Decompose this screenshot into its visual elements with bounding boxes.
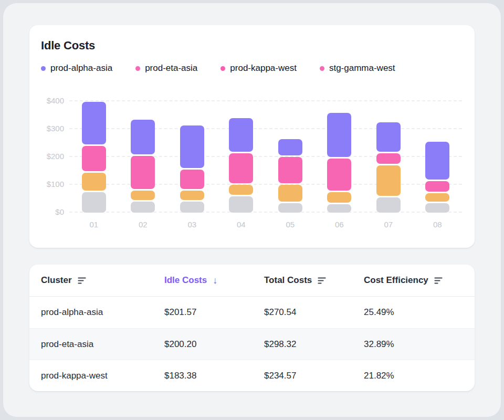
- bar-segment-orange-segment[interactable]: [327, 192, 351, 203]
- bar-segment-purple-segment[interactable]: [425, 142, 449, 179]
- column-label: Total Costs: [264, 275, 312, 286]
- bar-segment-gray-segment[interactable]: [82, 192, 106, 213]
- cell-total-costs: $270.54: [264, 307, 364, 318]
- legend-dot-icon: [41, 66, 46, 71]
- cell-cluster: prod-kappa-west: [41, 371, 164, 381]
- cell-cost-efficiency: 25.49%: [364, 307, 463, 318]
- bar-01[interactable]: [82, 102, 106, 213]
- table-row-prod-eta-asia[interactable]: prod-eta-asia$200.20$298.3232.89%: [29, 328, 475, 360]
- bar-segment-pink-segment[interactable]: [425, 181, 449, 192]
- stacked-bar-chart: $0$100$200$300$400: [41, 94, 463, 213]
- bar-05[interactable]: [278, 139, 302, 213]
- bar-segment-pink-segment[interactable]: [180, 170, 204, 189]
- y-axis-tick-label: $0: [41, 207, 64, 216]
- bar-segment-gray-segment[interactable]: [278, 203, 302, 213]
- chart-legend: prod-alpha-asiaprod-eta-asiaprod-kappa-w…: [41, 63, 463, 74]
- column-label: Cost Efficiency: [364, 275, 428, 286]
- x-axis-tick-label: 05: [278, 220, 302, 229]
- sort-lines-icon: [318, 277, 327, 284]
- column-label: Idle Costs: [164, 275, 207, 286]
- bar-segment-pink-segment[interactable]: [327, 159, 351, 191]
- bar-segment-orange-segment[interactable]: [425, 193, 449, 202]
- chart-title: Idle Costs: [41, 39, 463, 52]
- bar-segment-purple-segment[interactable]: [82, 102, 106, 145]
- bar-segment-orange-segment[interactable]: [376, 165, 401, 196]
- column-label: Cluster: [41, 275, 72, 286]
- bar-segment-purple-segment[interactable]: [278, 139, 302, 155]
- bar-03[interactable]: [180, 125, 204, 213]
- idle-costs-chart-card: Idle Costs prod-alpha-asiaprod-eta-asiap…: [29, 25, 475, 248]
- legend-dot-icon: [135, 66, 140, 71]
- legend-dot-icon: [220, 66, 225, 71]
- cell-total-costs: $298.32: [264, 339, 364, 350]
- bar-segment-orange-segment[interactable]: [180, 191, 204, 200]
- cell-idle-costs: $201.57: [164, 307, 264, 318]
- bar-segment-purple-segment[interactable]: [180, 125, 204, 169]
- bar-04[interactable]: [229, 118, 253, 213]
- x-axis-tick-label: 03: [180, 220, 204, 229]
- y-axis-tick-label: $400: [41, 96, 64, 105]
- bar-segment-gray-segment[interactable]: [180, 202, 204, 213]
- bar-segment-gray-segment[interactable]: [131, 202, 155, 213]
- cell-idle-costs: $183.38: [164, 371, 264, 381]
- x-axis-tick-label: 02: [131, 220, 155, 229]
- legend-label: prod-alpha-asia: [50, 63, 112, 74]
- bar-segment-purple-segment[interactable]: [327, 113, 351, 157]
- bar-segment-pink-segment[interactable]: [229, 153, 253, 184]
- chart-x-axis: 0102030405060708: [69, 220, 462, 229]
- sort-lines-icon: [78, 277, 87, 284]
- y-axis-tick-label: $100: [41, 180, 64, 188]
- x-axis-tick-label: 06: [327, 220, 351, 229]
- legend-dot-icon: [320, 66, 324, 71]
- bar-segment-orange-segment[interactable]: [131, 191, 155, 200]
- bar-segment-gray-segment[interactable]: [327, 204, 351, 213]
- bar-segment-gray-segment[interactable]: [229, 196, 253, 213]
- column-header-total-costs[interactable]: Total Costs: [264, 275, 364, 286]
- legend-label: prod-eta-asia: [145, 63, 197, 74]
- legend-item-stg-gamma-west[interactable]: stg-gamma-west: [320, 63, 395, 74]
- bar-segment-orange-segment[interactable]: [278, 185, 302, 201]
- bar-07[interactable]: [376, 122, 401, 213]
- legend-label: stg-gamma-west: [329, 63, 395, 74]
- bar-segment-purple-segment[interactable]: [131, 120, 155, 154]
- column-header-cost-efficiency[interactable]: Cost Efficiency: [364, 275, 463, 286]
- bar-segment-orange-segment[interactable]: [82, 173, 106, 191]
- legend-item-prod-kappa-west[interactable]: prod-kappa-west: [220, 63, 297, 74]
- bar-segment-gray-segment[interactable]: [425, 203, 449, 213]
- y-axis-tick-label: $300: [41, 124, 64, 133]
- legend-item-prod-eta-asia[interactable]: prod-eta-asia: [135, 63, 197, 74]
- cell-cost-efficiency: 32.89%: [364, 339, 463, 350]
- cell-idle-costs: $200.20: [164, 339, 264, 350]
- cell-total-costs: $234.57: [264, 371, 364, 381]
- x-axis-tick-label: 08: [425, 220, 449, 229]
- cell-cost-efficiency: 21.82%: [364, 371, 463, 381]
- bar-segment-purple-segment[interactable]: [376, 122, 401, 151]
- column-header-idle-costs[interactable]: Idle Costs↓: [164, 275, 264, 286]
- sort-arrow-down-icon: ↓: [213, 276, 217, 285]
- legend-item-prod-alpha-asia[interactable]: prod-alpha-asia: [41, 63, 112, 74]
- y-axis-tick-label: $200: [41, 152, 64, 161]
- dashboard-page: Idle Costs prod-alpha-asiaprod-eta-asiap…: [3, 3, 501, 417]
- cell-cluster: prod-alpha-asia: [41, 307, 164, 318]
- bar-segment-gray-segment[interactable]: [376, 197, 401, 213]
- bar-segment-purple-segment[interactable]: [229, 118, 253, 151]
- bar-segment-orange-segment[interactable]: [229, 185, 253, 194]
- table-row-prod-alpha-asia[interactable]: prod-alpha-asia$201.57$270.5425.49%: [29, 297, 475, 328]
- chart-bars: [69, 94, 462, 213]
- bar-segment-pink-segment[interactable]: [131, 156, 155, 189]
- column-header-cluster[interactable]: Cluster: [41, 275, 164, 286]
- bar-02[interactable]: [131, 120, 155, 213]
- bar-segment-pink-segment[interactable]: [278, 157, 302, 183]
- bar-segment-pink-segment[interactable]: [376, 153, 401, 164]
- table-body: prod-alpha-asia$201.57$270.5425.49%prod-…: [29, 297, 475, 391]
- table-header-row: ClusterIdle Costs↓Total CostsCost Effici…: [29, 265, 475, 297]
- legend-label: prod-kappa-west: [230, 63, 297, 74]
- bar-08[interactable]: [425, 142, 449, 213]
- bar-segment-pink-segment[interactable]: [82, 146, 106, 171]
- bar-06[interactable]: [327, 113, 351, 213]
- x-axis-tick-label: 01: [82, 220, 106, 229]
- table-row-prod-kappa-west[interactable]: prod-kappa-west$183.38$234.5721.82%: [29, 360, 475, 391]
- x-axis-tick-label: 07: [376, 220, 401, 229]
- clusters-table-card: ClusterIdle Costs↓Total CostsCost Effici…: [29, 265, 475, 391]
- cell-cluster: prod-eta-asia: [41, 339, 164, 350]
